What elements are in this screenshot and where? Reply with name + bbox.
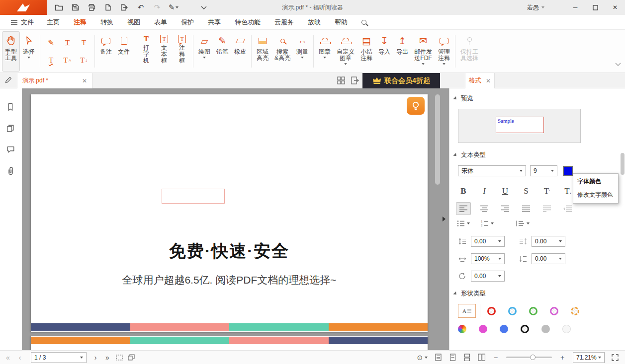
undo-icon[interactable]: ↶	[136, 2, 146, 13]
bullet-list-button[interactable]	[457, 220, 470, 227]
underline-text-button[interactable]: T	[60, 35, 75, 51]
shape-color-red[interactable]	[487, 307, 496, 315]
page-number-combo[interactable]: 1 / 3	[31, 352, 87, 363]
panel-collapse-handle[interactable]	[441, 211, 447, 227]
email-fdf-button[interactable]: ✉ 邮件发 送FDF	[411, 31, 435, 72]
continuous-layout-icon[interactable]	[463, 353, 471, 363]
tab-cloud[interactable]: 云服务	[268, 15, 301, 29]
print-page-icon[interactable]	[103, 2, 113, 13]
export-comments-button[interactable]: ↥ 导出	[393, 31, 411, 72]
shape-color-blue-fill[interactable]	[500, 325, 508, 333]
indent-button[interactable]	[516, 220, 530, 227]
baseline-offset-select[interactable]: 0.00	[532, 253, 565, 264]
shape-color-skyblue[interactable]	[508, 307, 517, 315]
bookmarks-panel-icon[interactable]	[6, 102, 15, 112]
line-spacing-select[interactable]: 0.00	[471, 236, 505, 247]
text-direction-button[interactable]	[560, 202, 575, 215]
text-type-section-header[interactable]: 文本类型	[453, 151, 618, 159]
zoom-slider-thumb[interactable]	[530, 355, 536, 360]
document-view[interactable]: 免费·快速·安全 全球用户超越6.5亿. 阅读PDF文档的理想选择~	[22, 88, 449, 350]
promo-banner[interactable]: 联合会员4折起	[362, 73, 440, 88]
zoom-out-button[interactable]: −	[492, 353, 500, 363]
facing-layout-icon[interactable]	[477, 353, 485, 363]
account-name[interactable]: 若愚	[527, 3, 539, 12]
file-menu-button[interactable]: 文件	[5, 15, 40, 29]
sign-tool-icon[interactable]: ✎	[169, 2, 179, 13]
align-right-button[interactable]	[498, 202, 513, 215]
font-family-select[interactable]: 宋体	[458, 165, 526, 176]
search-highlight-button[interactable]: 搜索 &高亮	[271, 31, 293, 72]
tab-convert[interactable]: 转换	[93, 15, 120, 29]
open-file-icon[interactable]	[54, 2, 64, 13]
strikeout-text-button[interactable]: T	[77, 35, 91, 51]
collapse-ribbon-icon[interactable]	[615, 63, 621, 66]
keep-tool-selected-button[interactable]: 保持工 具选择	[457, 31, 481, 72]
file-attachment-button[interactable]: 文件	[115, 31, 133, 72]
textbox-button[interactable]: T 文 本 框	[155, 31, 173, 72]
close-button[interactable]: ✕	[605, 0, 625, 15]
shape-type-section-header[interactable]: 形状类型	[453, 290, 618, 298]
drawing-button[interactable]: ▱ 绘图	[195, 31, 213, 72]
search-icon[interactable]	[361, 20, 366, 25]
pdf-page-1[interactable]: 免费·快速·安全 全球用户超越6.5亿. 阅读PDF文档的理想选择~	[31, 94, 428, 332]
panel-scrollbar[interactable]	[621, 153, 625, 175]
fullscreen-icon[interactable]	[611, 353, 619, 363]
insert-text-button[interactable]: T↓	[77, 53, 91, 68]
callout-button[interactable]: T 注 释 框	[173, 31, 191, 72]
attachments-panel-icon[interactable]	[6, 166, 14, 176]
tab-help[interactable]: 帮助	[328, 15, 355, 29]
bold-button[interactable]: B	[456, 184, 471, 198]
summarize-comments-button[interactable]: ▤ 小结 注释	[357, 31, 375, 72]
print-icon[interactable]	[87, 2, 96, 13]
horizontal-scale-select[interactable]: 100%	[471, 253, 505, 264]
stamp-button[interactable]: 图章	[316, 31, 334, 72]
first-page-button[interactable]: «	[4, 353, 12, 363]
clipboard-copy-icon[interactable]	[127, 353, 135, 363]
zoom-level-combo[interactable]: 71.21%	[573, 352, 605, 363]
next-page-button[interactable]: ›	[91, 353, 99, 363]
paragraph-spacing-select[interactable]: 0.00	[532, 236, 565, 247]
tab-home[interactable]: 主页	[40, 15, 67, 29]
tab-form[interactable]: 表单	[147, 15, 174, 29]
shape-color-magenta-fill[interactable]	[479, 325, 487, 333]
squiggly-text-button[interactable]: T	[44, 53, 58, 68]
account-dropdown-icon[interactable]	[541, 6, 544, 8]
align-justify-button[interactable]	[519, 202, 534, 215]
snapshot-icon[interactable]	[115, 353, 123, 363]
superscript-button[interactable]: T	[539, 184, 554, 198]
single-page-layout-icon[interactable]	[448, 353, 456, 363]
highlight-text-button[interactable]: ✎	[44, 35, 58, 51]
note-button[interactable]: 备注	[97, 31, 115, 72]
custom-stamp-button[interactable]: 自定义 图章	[334, 31, 357, 72]
underline-button[interactable]: U	[498, 184, 513, 198]
edit-pen-icon[interactable]	[4, 76, 12, 84]
tab-play[interactable]: 放映	[301, 15, 328, 29]
shape-color-black-ring[interactable]	[521, 325, 529, 333]
save-icon[interactable]	[70, 2, 80, 13]
manage-comments-button[interactable]: 管理 注释	[435, 31, 453, 72]
close-tab-icon[interactable]: ✕	[82, 77, 87, 84]
textbox-annotation[interactable]	[162, 189, 225, 204]
tab-features[interactable]: 特色功能	[228, 15, 268, 29]
hand-tool-button[interactable]: 手型 工具	[2, 31, 20, 72]
format-panel-tab[interactable]: 格式 ✕	[465, 73, 495, 88]
last-page-button[interactable]: »	[103, 353, 111, 363]
align-center-button[interactable]	[477, 202, 492, 215]
pdf-page-2[interactable]	[31, 336, 428, 350]
previous-page-button[interactable]: ‹	[16, 353, 24, 363]
comments-panel-icon[interactable]	[6, 145, 15, 154]
font-size-select[interactable]: 9	[530, 165, 557, 176]
typewriter-button[interactable]: T 打 字 机	[137, 31, 155, 72]
outline-view-icon[interactable]	[434, 353, 442, 363]
minimize-button[interactable]: ─	[565, 0, 585, 15]
zoom-slider[interactable]	[506, 357, 552, 358]
replace-text-button[interactable]: T˄	[60, 53, 75, 68]
assistant-lightbulb-button[interactable]	[407, 97, 425, 115]
reflow-view-icon[interactable]	[351, 76, 359, 84]
tab-protect[interactable]: 保护	[174, 15, 201, 29]
text-style-preset-button[interactable]: A	[458, 304, 476, 318]
shape-color-rainbow[interactable]	[458, 325, 466, 333]
import-comments-button[interactable]: ↧ 导入	[375, 31, 393, 72]
document-scrollbar[interactable]	[435, 94, 440, 185]
zoom-in-button[interactable]: +	[558, 353, 566, 363]
